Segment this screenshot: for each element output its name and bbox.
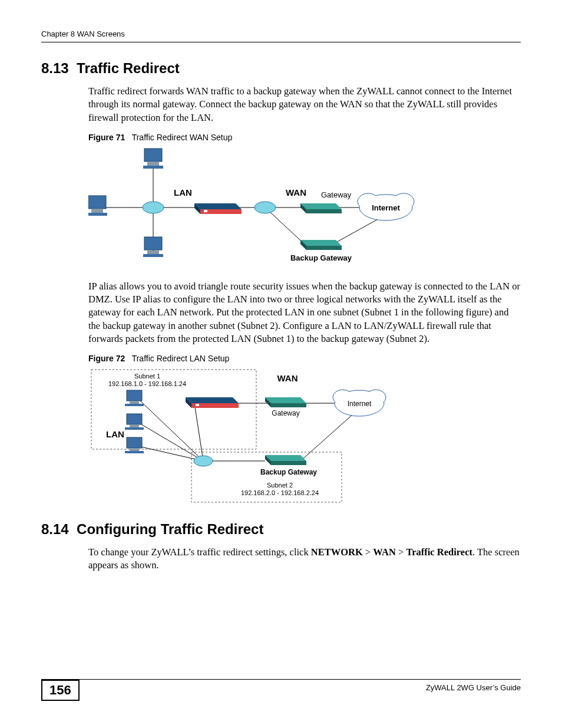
svg-text:Backup Gateway: Backup Gateway <box>260 468 317 476</box>
svg-point-68 <box>194 456 213 466</box>
section-8-13-para1: Traffic redirect forwards WAN traffic to… <box>88 85 521 124</box>
figure-72-caption: Figure 72 Traffic Redirect LAN Setup <box>88 354 521 363</box>
figure-71-diagram: Internet LAN WAN Gateway Backup Gateway <box>88 146 521 272</box>
firewall-icon <box>186 397 239 408</box>
computer-icon <box>143 149 163 169</box>
svg-marker-29 <box>306 246 342 250</box>
svg-rect-11 <box>147 162 159 166</box>
figure-71-title: Traffic Redirect WAN Setup <box>132 133 233 142</box>
guide-name: ZyWALL 2WG User’s Guide <box>426 683 521 692</box>
svg-marker-20 <box>194 203 242 209</box>
svg-marker-74 <box>271 461 306 465</box>
svg-rect-13 <box>144 237 162 250</box>
svg-line-48 <box>138 446 203 461</box>
svg-rect-57 <box>127 414 142 424</box>
backup-gateway-icon <box>265 455 306 465</box>
svg-text:Internet: Internet <box>372 203 400 212</box>
svg-text:192.168.2.0 - 192.168.2.24: 192.168.2.0 - 192.168.2.24 <box>241 489 319 496</box>
nav-network: NETWORK <box>311 546 363 558</box>
svg-rect-54 <box>127 390 142 401</box>
svg-point-24 <box>254 202 276 213</box>
page-footer: 156 ZyWALL 2WG User’s Guide <box>41 679 521 704</box>
svg-text:Subnet 2: Subnet 2 <box>267 482 293 489</box>
svg-marker-64 <box>186 397 239 403</box>
svg-rect-59 <box>125 427 144 430</box>
gateway-icon <box>265 397 306 407</box>
page-number: 156 <box>41 680 80 701</box>
svg-text:Backup Gateway: Backup Gateway <box>290 253 352 262</box>
svg-text:LAN: LAN <box>174 187 192 197</box>
svg-rect-16 <box>88 196 106 209</box>
svg-rect-56 <box>125 404 144 406</box>
computer-icon <box>143 237 163 257</box>
svg-text:WAN: WAN <box>286 187 306 197</box>
svg-marker-70 <box>271 403 306 407</box>
running-header: Chapter 8 WAN Screens <box>41 29 521 42</box>
computer-icon <box>125 390 144 406</box>
computer-icon <box>125 437 144 453</box>
nav-traffic-redirect: Traffic Redirect <box>406 546 472 558</box>
svg-text:Internet: Internet <box>348 400 372 408</box>
svg-line-9 <box>330 216 383 246</box>
figure-72-diagram: Subnet 1 192.168.1.0 - 192.168.1.24 Subn… <box>88 367 521 510</box>
svg-rect-15 <box>143 254 163 257</box>
svg-rect-10 <box>144 149 162 162</box>
figure-72-label: Figure 72 <box>88 354 125 363</box>
svg-text:Gateway: Gateway <box>272 409 299 417</box>
svg-text:LAN: LAN <box>106 429 124 439</box>
computer-icon <box>125 414 144 430</box>
svg-line-46 <box>138 399 203 461</box>
internet-cloud-icon: Internet <box>358 193 414 220</box>
section-8-13-heading: 8.13 Traffic Redirect <box>41 60 521 77</box>
svg-rect-17 <box>91 209 103 213</box>
svg-text:192.168.1.0 - 192.168.1.24: 192.168.1.0 - 192.168.1.24 <box>108 380 186 387</box>
chapter-label: Chapter 8 WAN Screens <box>41 29 125 38</box>
svg-rect-58 <box>130 424 139 427</box>
svg-rect-23 <box>204 210 207 212</box>
nav-wan: WAN <box>373 546 396 558</box>
section-title: Configuring Traffic Redirect <box>77 521 263 537</box>
figure-71-label: Figure 71 <box>88 133 125 142</box>
svg-marker-25 <box>300 203 342 209</box>
figure-71-caption: Figure 71 Traffic Redirect WAN Setup <box>88 133 521 142</box>
svg-marker-69 <box>265 397 306 403</box>
svg-rect-55 <box>130 401 139 404</box>
svg-text:Subnet 1: Subnet 1 <box>134 373 160 380</box>
svg-marker-28 <box>300 240 342 246</box>
figure-72-title: Traffic Redirect LAN Setup <box>132 354 230 363</box>
svg-line-47 <box>138 423 203 461</box>
svg-marker-26 <box>306 209 342 213</box>
svg-rect-62 <box>125 451 144 453</box>
svg-rect-14 <box>147 251 159 254</box>
section-number: 8.14 <box>41 521 69 537</box>
section-title: Traffic Redirect <box>77 60 180 76</box>
svg-text:Gateway: Gateway <box>321 190 352 199</box>
svg-line-8 <box>265 207 306 246</box>
svg-rect-12 <box>143 166 163 169</box>
svg-rect-60 <box>127 437 142 448</box>
firewall-icon <box>194 203 242 214</box>
computer-icon <box>88 196 107 216</box>
section-8-13-para2: IP alias allows you to avoid triangle ro… <box>88 280 521 345</box>
svg-point-19 <box>143 202 164 213</box>
backup-gateway-icon <box>300 240 342 250</box>
svg-rect-67 <box>196 404 199 406</box>
svg-marker-73 <box>265 455 306 461</box>
svg-line-53 <box>300 414 353 461</box>
svg-rect-61 <box>130 448 139 451</box>
svg-text:WAN: WAN <box>277 373 298 383</box>
gateway-icon <box>300 203 342 213</box>
section-8-14-para1: To change your ZyWALL’s traffic redirect… <box>88 546 521 572</box>
internet-cloud-icon: Internet <box>333 390 386 416</box>
section-number: 8.13 <box>41 60 69 76</box>
svg-rect-18 <box>88 213 107 216</box>
section-8-14-heading: 8.14 Configuring Traffic Redirect <box>41 521 521 538</box>
